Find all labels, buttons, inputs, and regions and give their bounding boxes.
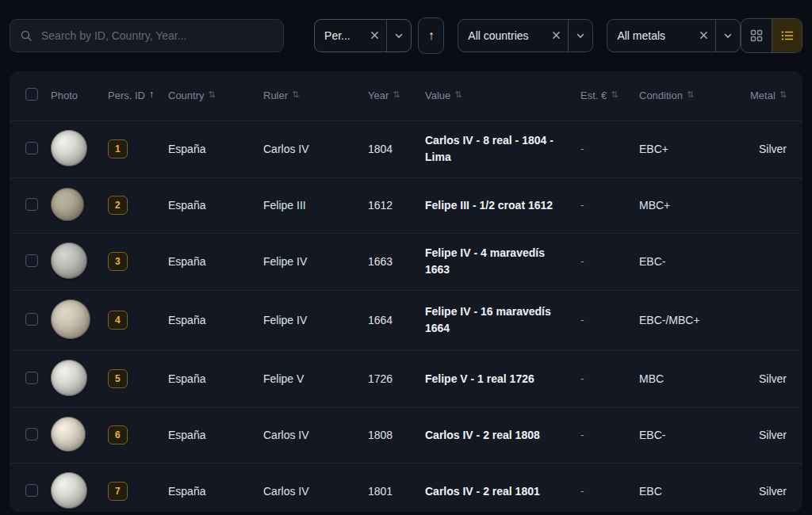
cell-value: Carlos IV - 2 real 1808 <box>425 407 580 463</box>
row-checkbox[interactable] <box>25 142 38 154</box>
sort-icon[interactable]: ⇅ <box>687 89 694 101</box>
column-header-photo: Photo <box>51 89 78 103</box>
grid-icon <box>750 29 763 42</box>
metal-filter-select[interactable]: All metals <box>607 19 741 52</box>
sort-icon[interactable]: ⇅ <box>292 89 299 101</box>
search-input[interactable] <box>40 29 274 43</box>
row-checkbox[interactable] <box>25 254 38 267</box>
list-view-button[interactable] <box>772 19 802 52</box>
column-header-country[interactable]: Country <box>168 89 205 103</box>
table-header-row: Photo Pers. ID↑ Country⇅ Ruler⇅ Year⇅ Va… <box>10 71 802 120</box>
clear-country-filter-button[interactable] <box>545 20 568 52</box>
grid-view-button[interactable] <box>741 19 772 52</box>
column-header-metal[interactable]: Metal <box>750 89 776 103</box>
sort-icon[interactable]: ⇅ <box>454 89 462 101</box>
row-checkbox[interactable] <box>25 372 38 384</box>
cell-condition: MBC+ <box>639 177 750 233</box>
cell-metal: Silver <box>750 350 802 407</box>
coin-photo[interactable] <box>51 417 86 452</box>
table-row[interactable]: 3 España Felipe IV 1663 Felipe IV - 4 ma… <box>10 233 802 290</box>
cell-metal: Silver <box>750 463 802 512</box>
open-metal-dropdown-button[interactable] <box>716 20 740 52</box>
sort-field-value: Per... <box>324 29 363 42</box>
cell-condition: MBC <box>639 350 750 407</box>
close-icon <box>699 31 708 40</box>
column-header-condition[interactable]: Condition <box>639 89 683 103</box>
table-row[interactable]: 5 España Felipe V 1726 Felipe V - 1 real… <box>10 350 802 407</box>
table-row[interactable]: 1 España Carlos IV 1804 Carlos IV - 8 re… <box>10 120 802 177</box>
cell-year: 1612 <box>368 177 425 233</box>
column-header-ruler[interactable]: Ruler <box>263 89 288 103</box>
id-badge: 5 <box>108 369 128 388</box>
cell-metal <box>750 290 802 350</box>
sort-field-select[interactable]: Per... <box>314 19 412 52</box>
sort-ascending-icon[interactable]: ↑ <box>149 89 154 101</box>
id-badge: 4 <box>108 311 128 330</box>
clear-sort-button[interactable] <box>363 20 386 52</box>
coin-photo[interactable] <box>51 299 90 339</box>
row-checkbox[interactable] <box>25 484 38 497</box>
list-icon <box>781 29 794 42</box>
cell-ruler: Felipe IV <box>263 233 368 290</box>
row-checkbox[interactable] <box>25 428 38 441</box>
sort-icon[interactable]: ⇅ <box>779 89 787 101</box>
cell-year: 1801 <box>368 463 425 512</box>
metal-filter-value: All metals <box>617 29 692 42</box>
cell-est: - <box>580 120 639 177</box>
column-header-id[interactable]: Pers. ID <box>108 89 145 103</box>
cell-value: Felipe IV - 16 maravedís 1664 <box>425 290 580 350</box>
country-filter-select[interactable]: All countries <box>458 19 593 52</box>
cell-condition: EBC- <box>639 407 750 463</box>
row-checkbox[interactable] <box>25 198 38 211</box>
cell-condition: EBC- <box>639 233 750 290</box>
cell-ruler: Carlos IV <box>263 407 368 463</box>
sort-icon[interactable]: ⇅ <box>393 89 400 101</box>
cell-year: 1664 <box>368 290 425 350</box>
chevron-down-icon <box>723 31 733 40</box>
cell-est: - <box>580 407 639 463</box>
search-box[interactable] <box>10 19 284 52</box>
id-badge: 2 <box>108 196 128 215</box>
table-row[interactable]: 6 España Carlos IV 1808 Carlos IV - 2 re… <box>10 407 802 463</box>
cell-year: 1663 <box>368 233 425 290</box>
column-header-value[interactable]: Value <box>425 89 450 103</box>
column-header-est[interactable]: Est. € <box>580 89 607 103</box>
coin-photo[interactable] <box>51 188 84 221</box>
cell-condition: EBC+ <box>639 120 750 177</box>
cell-ruler: Felipe IV <box>263 290 368 350</box>
cell-condition: EBC-/MBC+ <box>639 290 750 350</box>
cell-value: Felipe V - 1 real 1726 <box>425 350 580 407</box>
cell-country: España <box>168 463 263 512</box>
cell-country: España <box>168 350 263 407</box>
close-icon <box>370 31 379 40</box>
clear-metal-filter-button[interactable] <box>692 20 715 52</box>
id-badge: 3 <box>108 252 128 271</box>
column-header-year[interactable]: Year <box>368 89 389 103</box>
coin-photo[interactable] <box>51 242 87 279</box>
sort-icon[interactable]: ⇅ <box>209 89 216 101</box>
coin-photo[interactable] <box>51 472 87 509</box>
cell-year: 1808 <box>368 407 425 463</box>
table-row[interactable]: 4 España Felipe IV 1664 Felipe IV - 16 m… <box>10 290 802 350</box>
toolbar: Per... ↑ All countries All metals <box>0 0 812 59</box>
cell-metal <box>750 233 802 290</box>
select-all-checkbox[interactable] <box>25 88 38 101</box>
cell-country: España <box>168 290 263 350</box>
cell-ruler: Carlos IV <box>263 120 368 177</box>
id-badge: 7 <box>108 482 128 501</box>
coins-table-card: Photo Pers. ID↑ Country⇅ Ruler⇅ Year⇅ Va… <box>10 71 802 512</box>
table-row[interactable]: 2 España Felipe III 1612 Felipe III - 1/… <box>10 177 802 233</box>
sort-direction-button[interactable]: ↑ <box>418 17 444 54</box>
open-country-dropdown-button[interactable] <box>569 20 592 52</box>
row-checkbox[interactable] <box>25 313 38 326</box>
coin-collection-app: Per... ↑ All countries All metals <box>0 0 812 515</box>
sort-icon[interactable]: ⇅ <box>611 89 618 101</box>
coin-photo[interactable] <box>51 360 87 396</box>
table-row[interactable]: 7 España Carlos IV 1801 Carlos IV - 2 re… <box>10 463 802 512</box>
cell-est: - <box>580 463 639 512</box>
search-icon <box>20 29 33 42</box>
cell-metal: Silver <box>750 407 802 463</box>
coin-photo[interactable] <box>51 130 87 166</box>
view-toggle <box>741 18 802 53</box>
open-sort-dropdown-button[interactable] <box>387 20 411 52</box>
